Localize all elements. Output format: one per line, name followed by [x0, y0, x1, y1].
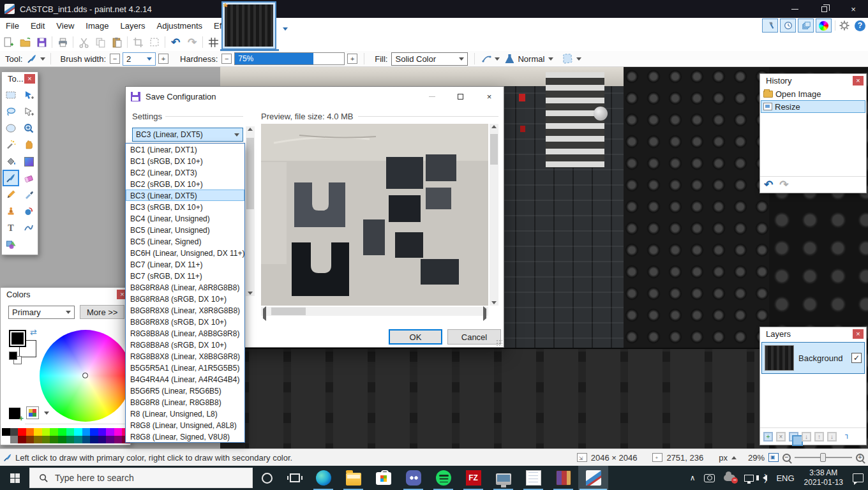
format-option[interactable]: BC3 (Linear, DXT5): [126, 189, 244, 201]
palette-swatch[interactable]: [18, 436, 26, 443]
print-button[interactable]: [54, 34, 71, 50]
tool-pan[interactable]: [20, 137, 37, 153]
format-combo[interactable]: BC3 (Linear, DXT5): [132, 128, 243, 142]
blend-mode-chevron[interactable]: [548, 57, 553, 61]
tool-move-selected-pixels[interactable]: [20, 87, 37, 103]
crop-button[interactable]: [130, 34, 146, 50]
menu-adjustments[interactable]: Adjustments: [151, 19, 208, 33]
palette-swatch[interactable]: [50, 436, 58, 443]
format-option[interactable]: R8 (Linear, Unsigned, L8): [126, 408, 244, 419]
format-option[interactable]: BC1 (sRGB, DX 10+): [126, 155, 244, 167]
tool-clone-stamp[interactable]: [3, 203, 19, 219]
palette-swatch[interactable]: [90, 436, 98, 443]
color-wheel[interactable]: [40, 330, 131, 422]
tool-text[interactable]: T: [3, 219, 19, 236]
format-option[interactable]: R8G8B8X8 (Linear, X8B8G8R8): [126, 350, 244, 362]
image-list-chevron[interactable]: [283, 23, 288, 33]
zoom-slider-thumb[interactable]: [820, 453, 826, 462]
menu-image[interactable]: Image: [80, 19, 114, 33]
unit-chevron[interactable]: [731, 456, 737, 459]
brush-width-increase[interactable]: +: [158, 54, 168, 64]
preview-hscrollbar[interactable]: [261, 307, 488, 316]
edge-taskbar-button[interactable]: [308, 466, 338, 490]
format-option[interactable]: B8G8R8X8 (sRGB, DX 10+): [126, 316, 244, 327]
format-option[interactable]: B5G6R5 (Linear, R5G6B5): [126, 385, 244, 396]
palette-swatch[interactable]: [106, 428, 114, 436]
hardness-slider[interactable]: 75%: [234, 52, 345, 65]
palette-chevron[interactable]: [44, 412, 49, 415]
cancel-button[interactable]: Cancel: [447, 329, 501, 345]
dialog-close-button[interactable]: ×: [475, 87, 504, 106]
format-option[interactable]: BC2 (Linear, DXT3): [126, 167, 244, 178]
toggle-colors-panel[interactable]: [816, 19, 832, 33]
close-button[interactable]: ×: [839, 0, 868, 18]
tool-move-selection[interactable]: [20, 103, 37, 120]
unit-value[interactable]: px: [719, 453, 728, 463]
language-indicator[interactable]: ENG: [772, 466, 798, 490]
palette-swatch[interactable]: [58, 436, 66, 443]
redo-button[interactable]: ↷: [184, 34, 200, 50]
clock[interactable]: 3:38 AM 2021-01-13: [799, 468, 848, 487]
toggle-layers-panel[interactable]: [798, 19, 814, 33]
color-wheel-selector[interactable]: [82, 373, 88, 378]
hardness-decrease[interactable]: −: [221, 54, 232, 64]
toggle-tools-panel[interactable]: [762, 19, 778, 33]
menu-layers[interactable]: Layers: [114, 19, 151, 33]
menu-edit[interactable]: Edit: [25, 19, 50, 33]
tool-ellipse-select[interactable]: [3, 120, 19, 137]
open-file-button[interactable]: [17, 34, 33, 50]
palette-swatch[interactable]: [34, 436, 42, 443]
tool-rectangle-select[interactable]: [3, 87, 19, 103]
tool-zoom[interactable]: [20, 120, 37, 137]
layer-visibility-checkbox[interactable]: ✓: [851, 353, 862, 363]
fill-combo[interactable]: Solid Color: [391, 52, 468, 66]
cut-button[interactable]: [75, 34, 92, 50]
palette-swatch[interactable]: [10, 428, 19, 436]
format-option[interactable]: R8G8B8A8 (sRGB, DX 10+): [126, 339, 244, 350]
palette-swatch[interactable]: [114, 428, 123, 436]
format-option[interactable]: BC3 (sRGB, DX 10+): [126, 201, 244, 212]
image-tab[interactable]: *: [221, 1, 276, 50]
palette-swatch[interactable]: [82, 428, 91, 436]
zoom-slider[interactable]: [795, 457, 852, 458]
palette-swatch[interactable]: [2, 428, 10, 436]
format-option[interactable]: BC2 (sRGB, DX 10+): [126, 178, 244, 189]
palette-swatch[interactable]: [98, 428, 107, 436]
palette-swatch[interactable]: [66, 428, 75, 436]
system-monitor-taskbar-button[interactable]: [488, 466, 518, 490]
tool-gradient[interactable]: [20, 153, 37, 170]
action-center-icon[interactable]: [848, 466, 868, 490]
start-button[interactable]: [0, 466, 29, 490]
history-item-resize[interactable]: Resize: [761, 100, 865, 113]
restore-button[interactable]: [809, 0, 839, 18]
fit-window-icon[interactable]: ▣: [768, 453, 779, 462]
file-explorer-taskbar-button[interactable]: [338, 466, 368, 490]
minimize-button[interactable]: [780, 0, 809, 18]
notepad-taskbar-button[interactable]: [518, 466, 548, 490]
format-option[interactable]: B4G4R4A4 (Linear, A4R4G4B4): [126, 373, 244, 385]
selection-mode-chevron[interactable]: [576, 57, 581, 61]
format-option[interactable]: BC7 (sRGB, DX 11+): [126, 270, 244, 281]
palette-swatch[interactable]: [42, 428, 50, 436]
deselect-button[interactable]: [146, 34, 163, 50]
primary-color-swatch[interactable]: [9, 330, 26, 347]
spotify-taskbar-button[interactable]: [428, 466, 458, 490]
palette-icon[interactable]: [26, 406, 39, 419]
format-option[interactable]: B5G5R5A1 (Linear, A1R5G5B5): [126, 362, 244, 373]
hardness-increase[interactable]: +: [347, 54, 357, 64]
color-mode-combo[interactable]: Primary: [8, 306, 75, 319]
tool-paintbrush[interactable]: [3, 170, 19, 186]
tool-lasso-select[interactable]: [3, 103, 19, 120]
format-option[interactable]: BC5 (Linear, Signed): [126, 235, 244, 247]
history-undo-icon[interactable]: ↶: [764, 178, 773, 191]
tool-dropdown-chevron[interactable]: [40, 57, 45, 61]
brush-width-decrease[interactable]: −: [110, 54, 120, 64]
grid-button[interactable]: [205, 34, 221, 50]
discord-taskbar-button[interactable]: [398, 466, 428, 490]
tool-line-curve[interactable]: [20, 219, 37, 236]
palette-swatch[interactable]: [98, 436, 107, 443]
tool-color-picker[interactable]: [20, 186, 37, 203]
paste-button[interactable]: [108, 34, 125, 50]
tools-panel-close-icon[interactable]: ×: [24, 74, 35, 84]
palette-swatch[interactable]: [26, 428, 34, 436]
